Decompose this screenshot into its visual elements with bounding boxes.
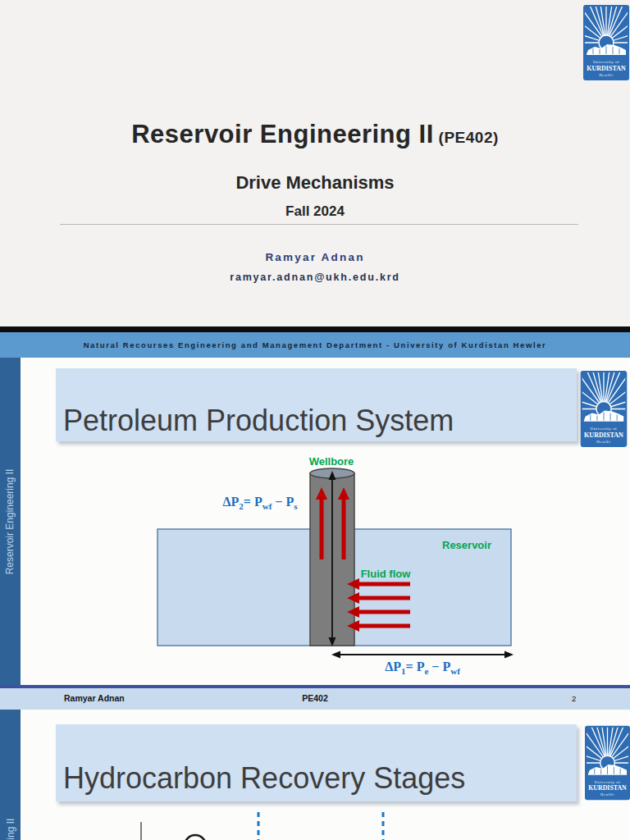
dp2-term1-sub: wf <box>262 501 272 511</box>
fluid-flow-label: Fluid flow <box>349 568 422 580</box>
logo-line1: University of <box>591 427 618 431</box>
page-separator-bar <box>0 326 630 332</box>
pumpjack-wheel-icon <box>185 835 206 840</box>
university-logo: University of KURDISTAN Hewlêr <box>583 5 629 80</box>
logo-line3: Hewlêr <box>599 73 613 77</box>
term-label: Fall 2024 <box>0 203 630 220</box>
course-title: Reservoir Engineering II (PE402) <box>0 120 630 149</box>
author-email: ramyar.adnan@ukh.edu.krd <box>0 272 630 283</box>
delta-p2-formula: ΔP2= Pwf − Ps <box>203 495 317 511</box>
dp1-symbol: ΔP <box>385 660 401 673</box>
dp1-term2: − P <box>428 660 450 673</box>
horizontal-radius-arrow <box>331 651 514 659</box>
footer-page-number: 2 <box>572 694 576 703</box>
course-code: (PE402) <box>434 129 499 146</box>
course-title-text: Reservoir Engineering II <box>131 120 434 148</box>
logo-line3: Hewlêr <box>596 440 610 444</box>
department-header-bar: Natural Recourses Engineering and Manage… <box>0 332 630 358</box>
reservoir-label: Reservoir <box>430 539 504 551</box>
logo-line2: KURDISTAN <box>584 431 623 439</box>
lecture-subtitle: Drive Mechanisms <box>0 172 630 194</box>
dp1-term1: = P <box>406 660 425 673</box>
dp2-term2-sub: s <box>294 501 297 511</box>
university-logo: University of KURDISTAN Hewlêr <box>578 371 629 447</box>
department-header-text: Natural Recourses Engineering and Manage… <box>84 340 547 349</box>
author-name: Ramyar Adnan <box>0 251 630 263</box>
logo-line1: University of <box>593 60 619 64</box>
production-system-diagram <box>0 358 630 685</box>
document-page: Reservoir Engineering II (PE402) Drive M… <box>0 0 630 840</box>
recovery-stages-diagram-fragment <box>0 710 630 840</box>
footer-course-code: PE402 <box>0 693 630 703</box>
wellbore-label: Wellbore <box>294 455 368 468</box>
divider-line <box>60 224 578 225</box>
dp2-symbol: ΔP <box>223 495 240 509</box>
delta-p1-formula: ΔP1= Pe − Pwf <box>357 660 488 676</box>
dp2-term2: − P <box>272 495 294 509</box>
dp1-term2-sub: wf <box>450 666 460 676</box>
dp2-term1: = P <box>244 495 262 509</box>
logo-line2: KURDISTAN <box>587 65 626 72</box>
slide-1-title-page: Reservoir Engineering II (PE402) Drive M… <box>0 0 630 326</box>
